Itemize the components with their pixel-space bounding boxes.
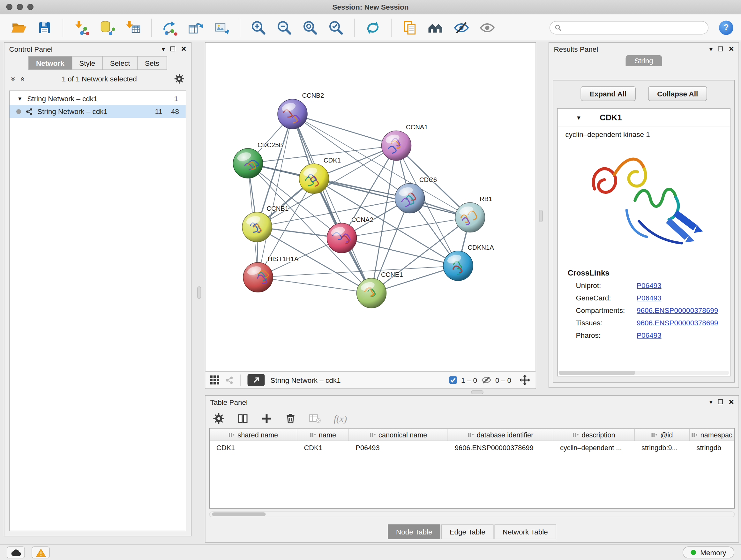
network-node-ccne1[interactable] — [357, 278, 387, 308]
import-network-database-button[interactable] — [96, 17, 118, 38]
delete-column-icon[interactable] — [285, 413, 296, 424]
close-panel-icon[interactable]: × — [729, 45, 734, 53]
column-header[interactable]: namespac — [690, 429, 735, 441]
vertical-splitter-handle[interactable] — [197, 287, 201, 299]
gene-collapse-icon[interactable]: ▼ — [576, 115, 582, 121]
database-icon — [99, 19, 116, 36]
birds-eye-icon[interactable] — [225, 376, 233, 384]
zoom-selected-button[interactable] — [325, 17, 347, 38]
clone-network-button[interactable] — [185, 17, 207, 38]
save-session-button[interactable] — [33, 17, 56, 38]
crosslink-link[interactable]: P06493 — [636, 329, 730, 341]
home-view-button[interactable] — [425, 17, 447, 38]
network-node-rb1[interactable] — [455, 203, 485, 233]
export-image-button[interactable] — [211, 17, 232, 38]
table-row[interactable]: CDK1 CDK1 P06493 9606.ENSP00000378699 cy… — [210, 441, 734, 454]
expand-all-button[interactable]: Expand All — [581, 86, 635, 101]
network-node-cdk1[interactable] — [299, 164, 329, 193]
network-node-ccna1[interactable] — [382, 131, 411, 161]
zoom-out-button[interactable] — [273, 17, 295, 38]
column-header[interactable]: name — [297, 429, 349, 441]
float-panel-icon[interactable] — [171, 47, 176, 51]
apply-layout-button[interactable] — [362, 17, 384, 38]
add-column-icon[interactable] — [261, 413, 273, 424]
network-node-cdc25b[interactable] — [233, 148, 263, 178]
crosslink-link[interactable]: 9606.ENSP00000378699 — [636, 317, 730, 329]
crosslink-link[interactable]: P06493 — [636, 279, 730, 292]
tab-edge-table[interactable]: Edge Table — [441, 524, 493, 540]
zoom-window-button[interactable] — [27, 4, 34, 10]
column-header[interactable]: description — [553, 429, 635, 441]
table-options-gear-icon[interactable] — [213, 413, 225, 424]
function-builder-button[interactable]: f(x) — [334, 413, 347, 424]
tab-network[interactable]: Network — [28, 56, 72, 70]
crosslink-row: Compartments: 9606.ENSP00000378699 — [558, 304, 730, 317]
network-node-cdc6[interactable] — [395, 184, 425, 213]
annotations-button[interactable] — [399, 17, 421, 38]
selected-checkbox-icon[interactable] — [449, 376, 457, 384]
panel-menu-icon[interactable]: ▾ — [162, 46, 165, 52]
network-canvas[interactable]: CCNB2CCNA1CDC25BCDK1CDC6RB1CCNB1CCNA2CDK… — [205, 43, 536, 371]
network-collection-row[interactable]: ▼ String Network – cdk1 1 — [10, 91, 186, 105]
close-panel-icon[interactable]: × — [729, 397, 734, 406]
zoom-fit-button[interactable] — [299, 17, 321, 38]
close-panel-icon[interactable]: × — [181, 45, 186, 53]
network-node-cdkn1a[interactable] — [443, 251, 473, 281]
float-panel-icon[interactable] — [718, 399, 723, 404]
import-network-file-button[interactable] — [71, 17, 92, 38]
close-window-button[interactable] — [6, 4, 13, 10]
results-tab-string[interactable]: String — [626, 55, 662, 66]
hide-selected-button[interactable] — [451, 17, 473, 38]
results-horizontal-scrollbar[interactable] — [559, 371, 729, 375]
new-network-button[interactable] — [159, 17, 181, 38]
help-button[interactable]: ? — [719, 20, 733, 35]
float-panel-icon[interactable] — [718, 47, 723, 51]
vertical-splitter-handle[interactable] — [539, 210, 543, 222]
toolbar-search-input[interactable] — [565, 23, 703, 31]
tab-sets[interactable]: Sets — [138, 56, 167, 70]
hidden-eye-slash-icon[interactable] — [481, 376, 491, 384]
tab-select[interactable]: Select — [103, 56, 138, 70]
memory-button[interactable]: Memory — [683, 547, 734, 559]
table-header-row: shared name name canonical name database… — [210, 429, 734, 441]
column-header[interactable]: canonical name — [349, 429, 448, 441]
tab-style[interactable]: Style — [72, 56, 103, 70]
detach-view-button[interactable] — [248, 374, 265, 386]
pan-move-icon[interactable] — [519, 374, 531, 386]
tab-network-table[interactable]: Network Table — [494, 524, 556, 540]
network-options-gear-icon[interactable] — [174, 74, 185, 84]
warnings-button[interactable] — [31, 547, 50, 559]
network-edge[interactable] — [293, 114, 372, 293]
network-edge[interactable] — [293, 114, 397, 145]
network-node-ccnb1[interactable] — [242, 212, 272, 242]
panel-menu-icon[interactable]: ▾ — [710, 399, 713, 405]
table-horizontal-scrollbar[interactable] — [209, 511, 735, 517]
open-session-button[interactable] — [8, 17, 30, 38]
network-edge[interactable] — [258, 277, 372, 294]
minimize-window-button[interactable] — [17, 4, 23, 10]
collapse-all-networks-icon[interactable]: » — [18, 77, 26, 81]
import-table-file-button[interactable] — [122, 17, 144, 38]
show-all-button[interactable] — [476, 17, 498, 38]
crosslink-link[interactable]: P06493 — [636, 292, 730, 304]
network-row-selected[interactable]: String Network – cdk1 11 48 — [10, 105, 186, 118]
column-header[interactable]: @id — [635, 429, 690, 441]
expand-all-networks-icon[interactable]: » — [9, 77, 17, 81]
horizontal-splitter-handle[interactable] — [471, 390, 483, 394]
gene-card-header[interactable]: ▼ CDK1 — [558, 109, 730, 127]
network-node-ccna2[interactable] — [327, 223, 357, 253]
zoom-in-button[interactable] — [248, 17, 270, 38]
cloud-status-button[interactable] — [7, 547, 25, 559]
tab-node-table[interactable]: Node Table — [388, 524, 441, 540]
crosslink-link[interactable]: 9606.ENSP00000378699 — [636, 304, 730, 317]
column-header[interactable]: database identifier — [448, 429, 553, 441]
collapse-all-button[interactable]: Collapse All — [648, 86, 707, 101]
show-columns-icon[interactable] — [237, 413, 249, 424]
grid-view-icon[interactable] — [210, 375, 219, 385]
network-node-ccnb2[interactable] — [278, 99, 307, 129]
network-edge[interactable] — [258, 114, 293, 277]
collection-expand-icon[interactable]: ▼ — [17, 96, 22, 101]
column-header[interactable]: shared name — [210, 429, 297, 441]
panel-menu-icon[interactable]: ▾ — [710, 46, 713, 52]
network-node-hist1h1a[interactable] — [243, 262, 273, 292]
